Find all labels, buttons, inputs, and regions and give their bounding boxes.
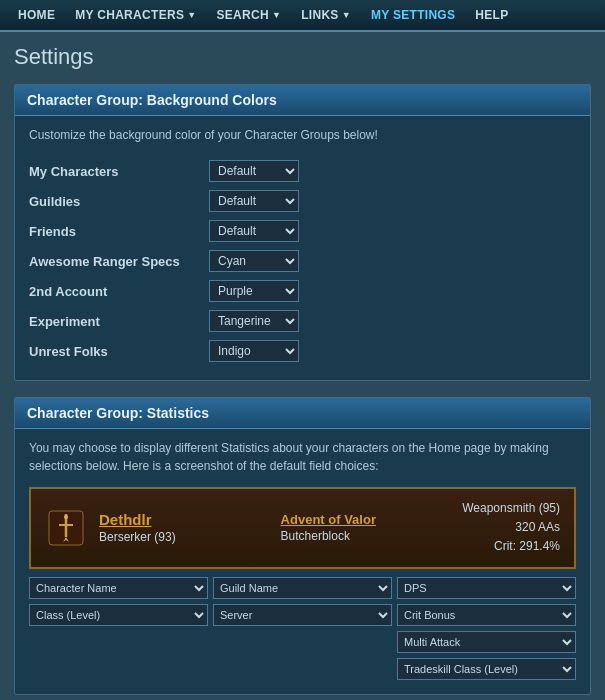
statistics-description: You may choose to display different Stat…: [29, 439, 576, 475]
color-group-select-experiment[interactable]: DefaultCyanPurpleTangerineIndigo: [209, 310, 299, 332]
color-group-select-wrap-2nd-account: DefaultCyanPurpleTangerineIndigo: [209, 280, 299, 302]
statistics-section: Character Group: Statistics You may choo…: [14, 397, 591, 695]
stat-field-class-level: Character Name Guild NameDPSClass (Level…: [29, 604, 208, 626]
color-group-select-guildies[interactable]: DefaultCyanPurpleTangerineIndigo: [209, 190, 299, 212]
stat-fields-grid: Character Name Guild NameDPSClass (Level…: [29, 577, 576, 680]
preview-char-class: Berserker (93): [99, 530, 269, 544]
color-group-select-ranger[interactable]: DefaultCyanPurpleTangerineIndigo: [209, 250, 299, 272]
color-group-label-ranger: Awesome Ranger Specs: [29, 254, 209, 269]
color-group-label-my-characters: My Characters: [29, 164, 209, 179]
stat-select-guild-name[interactable]: Character Name Guild NameDPSClass (Level…: [213, 577, 392, 599]
stat-select-multi-attack[interactable]: Character Name Guild NameDPSClass (Level…: [397, 631, 576, 653]
nav-links[interactable]: Links ▼: [291, 0, 361, 30]
svg-point-4: [64, 515, 68, 519]
stat-select-crit-bonus[interactable]: Character Name Guild NameDPSClass (Level…: [397, 604, 576, 626]
color-group-select-wrap-my-characters: DefaultCyanPurpleTangerineIndigo: [209, 160, 299, 182]
color-group-select-wrap-friends: DefaultCyanPurpleTangerineIndigo: [209, 220, 299, 242]
stat-field-dps: Character Name Guild NameDPSClass (Level…: [397, 577, 576, 599]
color-group-select-unrest[interactable]: DefaultCyanPurpleTangerineIndigo: [209, 340, 299, 362]
color-group-row-guildies: Guildies DefaultCyanPurpleTangerineIndig…: [29, 186, 576, 216]
color-group-row-2nd-account: 2nd Account DefaultCyanPurpleTangerineIn…: [29, 276, 576, 306]
stat-fields-col3: Character Name Guild NameDPSClass (Level…: [397, 577, 576, 680]
bg-colors-title: Character Group: Background Colors: [27, 92, 277, 108]
preview-icon: [45, 507, 87, 549]
stat-field-multi-attack: Character Name Guild NameDPSClass (Level…: [397, 631, 576, 653]
preview-box: Dethdlr Berserker (93) Advent of Valor B…: [29, 487, 576, 569]
color-group-select-wrap-unrest: DefaultCyanPurpleTangerineIndigo: [209, 340, 299, 362]
stat-select-class-level[interactable]: Character Name Guild NameDPSClass (Level…: [29, 604, 208, 626]
color-group-row-unrest: Unrest Folks DefaultCyanPurpleTangerineI…: [29, 336, 576, 366]
stat-select-server[interactable]: Character Name Guild NameDPSClass (Level…: [213, 604, 392, 626]
color-group-select-2nd-account[interactable]: DefaultCyanPurpleTangerineIndigo: [209, 280, 299, 302]
nav-my-characters-arrow: ▼: [187, 10, 196, 20]
color-group-label-guildies: Guildies: [29, 194, 209, 209]
navigation: Home My Characters ▼ Search ▼ Links ▼ My…: [0, 0, 605, 32]
bg-colors-section: Character Group: Background Colors Custo…: [14, 84, 591, 381]
statistics-title: Character Group: Statistics: [27, 405, 209, 421]
stat-fields-col2: Character Name Guild NameDPSClass (Level…: [213, 577, 392, 680]
stat-field-char-name: Character Name Guild NameDPSClass (Level…: [29, 577, 208, 599]
statistics-header: Character Group: Statistics: [15, 398, 590, 429]
nav-my-characters[interactable]: My Characters ▼: [65, 0, 206, 30]
nav-links-arrow: ▼: [342, 10, 351, 20]
color-group-row-friends: Friends DefaultCyanPurpleTangerineIndigo: [29, 216, 576, 246]
color-group-label-unrest: Unrest Folks: [29, 344, 209, 359]
stat-field-guild-name: Character Name Guild NameDPSClass (Level…: [213, 577, 392, 599]
nav-my-settings[interactable]: My Settings: [361, 0, 465, 30]
preview-guild-info: Advent of Valor Butcherblock: [281, 512, 451, 543]
color-group-select-my-characters[interactable]: DefaultCyanPurpleTangerineIndigo: [209, 160, 299, 182]
color-group-select-friends[interactable]: DefaultCyanPurpleTangerineIndigo: [209, 220, 299, 242]
preview-stats: Weaponsmith (95) 320 AAs Crit: 291.4%: [462, 499, 560, 557]
color-group-label-friends: Friends: [29, 224, 209, 239]
bg-colors-header: Character Group: Background Colors: [15, 85, 590, 116]
color-group-select-wrap-experiment: DefaultCyanPurpleTangerineIndigo: [209, 310, 299, 332]
preview-stat2: 320 AAs: [462, 518, 560, 537]
color-group-label-2nd-account: 2nd Account: [29, 284, 209, 299]
preview-stat1: Weaponsmith (95): [462, 499, 560, 518]
nav-search[interactable]: Search ▼: [206, 0, 291, 30]
preview-char-name[interactable]: Dethdlr: [99, 511, 269, 528]
preview-guild-server: Butcherblock: [281, 529, 451, 543]
stat-field-server: Character Name Guild NameDPSClass (Level…: [213, 604, 392, 626]
color-group-row-ranger: Awesome Ranger Specs DefaultCyanPurpleTa…: [29, 246, 576, 276]
preview-stat3: Crit: 291.4%: [462, 537, 560, 556]
color-groups-table: My Characters DefaultCyanPurpleTangerine…: [29, 156, 576, 366]
color-group-row-experiment: Experiment DefaultCyanPurpleTangerineInd…: [29, 306, 576, 336]
color-group-label-experiment: Experiment: [29, 314, 209, 329]
color-group-select-wrap-guildies: DefaultCyanPurpleTangerineIndigo: [209, 190, 299, 212]
stat-field-crit-bonus: Character Name Guild NameDPSClass (Level…: [397, 604, 576, 626]
stat-select-tradeskill[interactable]: Character Name Guild NameDPSClass (Level…: [397, 658, 576, 680]
page-title: Settings: [14, 44, 591, 70]
bg-colors-description: Customize the background color of your C…: [29, 126, 576, 144]
nav-search-arrow: ▼: [272, 10, 281, 20]
preview-char-info: Dethdlr Berserker (93): [99, 511, 269, 544]
stat-field-tradeskill: Character Name Guild NameDPSClass (Level…: [397, 658, 576, 680]
stat-select-char-name[interactable]: Character Name Guild NameDPSClass (Level…: [29, 577, 208, 599]
preview-guild-name[interactable]: Advent of Valor: [281, 512, 451, 527]
nav-help[interactable]: Help: [465, 0, 518, 30]
color-group-row-my-characters: My Characters DefaultCyanPurpleTangerine…: [29, 156, 576, 186]
color-group-select-wrap-ranger: DefaultCyanPurpleTangerineIndigo: [209, 250, 299, 272]
stat-fields-col1: Character Name Guild NameDPSClass (Level…: [29, 577, 208, 680]
nav-home[interactable]: Home: [8, 0, 65, 30]
stat-select-dps[interactable]: Character Name Guild NameDPSClass (Level…: [397, 577, 576, 599]
